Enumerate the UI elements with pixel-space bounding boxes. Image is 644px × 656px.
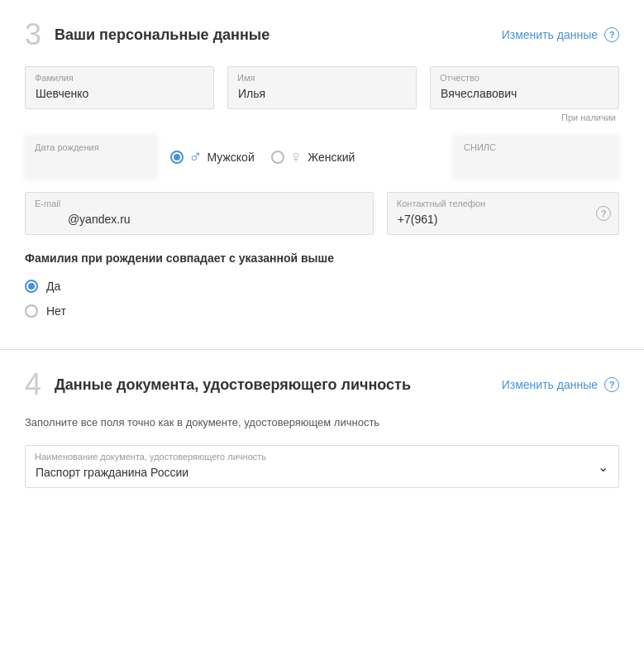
phone-help-icon[interactable]: ? bbox=[596, 206, 611, 221]
section-4-subtitle: Заполните все поля точно как в документе… bbox=[25, 416, 619, 429]
birth-surname-no-option[interactable]: Нет bbox=[25, 304, 619, 318]
firstname-input[interactable]: Илья bbox=[227, 66, 417, 109]
dob-gender-snils-row: Дата рождения ♂ Мужской ♀ Женский СНИЛС bbox=[25, 136, 619, 179]
snils-input[interactable] bbox=[454, 136, 619, 179]
change-data-link-3[interactable]: Изменить данные bbox=[502, 28, 598, 41]
section-4-fields: Наименование документа, удостоверяющего … bbox=[25, 445, 619, 488]
section-4-title: Данные документа, удостоверяющего личнос… bbox=[55, 376, 502, 394]
birth-surname-yes-label: Да bbox=[46, 280, 60, 293]
birth-surname-yes-radio[interactable] bbox=[25, 280, 38, 293]
surname-field-group: Фамилия Шевченко bbox=[25, 66, 214, 122]
patronymic-field-group: Отчество Вячеславович При наличии bbox=[430, 66, 619, 122]
section-3-actions: Изменить данные ? bbox=[502, 27, 619, 42]
section-3-header: 3 Ваши персональные данные Изменить данн… bbox=[25, 20, 619, 50]
snils-field-group: СНИЛС bbox=[454, 136, 619, 179]
dropdown-arrow-icon: ⌄ bbox=[598, 459, 608, 475]
gender-female-radio[interactable] bbox=[271, 151, 284, 164]
phone-input[interactable]: +7(961) bbox=[387, 192, 619, 235]
gender-female-label: Женский bbox=[308, 151, 355, 164]
section-4: 4 Данные документа, удостоверяющего личн… bbox=[0, 350, 644, 508]
patronymic-input[interactable]: Вячеславович bbox=[430, 66, 619, 109]
section-3-title: Ваши персональные данные bbox=[55, 26, 502, 44]
section-3-number: 3 bbox=[25, 20, 41, 50]
gender-male-label: Мужской bbox=[208, 151, 255, 164]
birth-surname-title: Фамилия при рождении совпадает с указанн… bbox=[25, 251, 619, 265]
change-data-link-4[interactable]: Изменить данные bbox=[502, 378, 598, 391]
name-fields-row: Фамилия Шевченко Имя Илья Отчество Вячес… bbox=[25, 66, 619, 122]
help-icon-4[interactable]: ? bbox=[604, 377, 619, 392]
surname-input[interactable]: Шевченко bbox=[25, 66, 214, 109]
help-icon-3[interactable]: ? bbox=[604, 27, 619, 42]
birth-surname-section: Фамилия при рождении совпадает с указанн… bbox=[25, 251, 619, 318]
birth-surname-no-radio[interactable] bbox=[25, 304, 38, 318]
section-3: 3 Ваши персональные данные Изменить данн… bbox=[0, 0, 644, 350]
birth-surname-yes-option[interactable]: Да bbox=[25, 280, 619, 293]
patronymic-note: При наличии bbox=[430, 113, 619, 122]
section-4-actions: Изменить данные ? bbox=[502, 377, 619, 392]
section-4-number: 4 bbox=[25, 370, 41, 400]
doc-type-value: Паспорт гражданина России bbox=[36, 466, 188, 479]
dob-field-group: Дата рождения bbox=[25, 136, 157, 179]
female-icon: ♀ bbox=[289, 146, 303, 168]
email-field-group: E-mail @yandex.ru bbox=[25, 192, 374, 235]
gender-female-option[interactable]: ♀ Женский bbox=[271, 146, 355, 168]
male-icon: ♂ bbox=[188, 146, 203, 168]
phone-field-group: Контактный телефон +7(961) ? bbox=[387, 192, 619, 235]
doc-type-wrapper: Наименование документа, удостоверяющего … bbox=[25, 445, 619, 488]
firstname-field-group: Имя Илья bbox=[227, 66, 417, 122]
gender-group: ♂ Мужской ♀ Женский bbox=[170, 146, 441, 168]
doc-type-dropdown[interactable]: Паспорт гражданина России ⌄ bbox=[25, 445, 619, 488]
gender-male-radio[interactable] bbox=[170, 151, 184, 164]
gender-male-option[interactable]: ♂ Мужской bbox=[170, 146, 255, 168]
dob-input[interactable] bbox=[25, 136, 157, 179]
section-4-header: 4 Данные документа, удостоверяющего личн… bbox=[25, 370, 619, 400]
contact-row: E-mail @yandex.ru Контактный телефон +7(… bbox=[25, 192, 619, 235]
birth-surname-no-label: Нет bbox=[46, 304, 66, 318]
email-input[interactable]: @yandex.ru bbox=[25, 192, 374, 235]
